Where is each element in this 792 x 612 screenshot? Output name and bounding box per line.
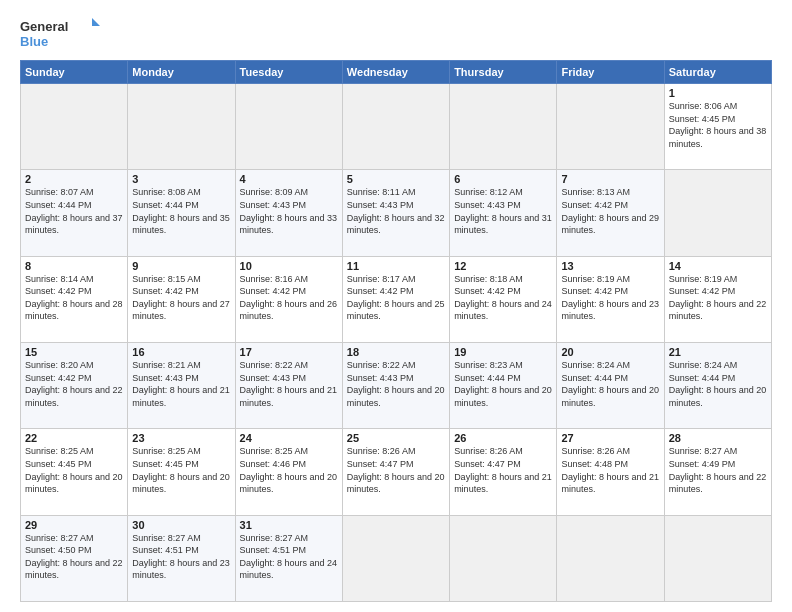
calendar-row-1: 1Sunrise: 8:06 AMSunset: 4:45 PMDaylight… xyxy=(21,84,772,170)
day-cell-4: 4Sunrise: 8:09 AMSunset: 4:43 PMDaylight… xyxy=(235,170,342,256)
day-info: Sunrise: 8:26 AMSunset: 4:48 PMDaylight:… xyxy=(561,445,659,495)
day-cell-14: 14Sunrise: 8:19 AMSunset: 4:42 PMDayligh… xyxy=(664,256,771,342)
day-cell-17: 17Sunrise: 8:22 AMSunset: 4:43 PMDayligh… xyxy=(235,342,342,428)
day-cell-1: 1Sunrise: 8:06 AMSunset: 4:45 PMDaylight… xyxy=(664,84,771,170)
day-cell-25: 25Sunrise: 8:26 AMSunset: 4:47 PMDayligh… xyxy=(342,429,449,515)
day-number: 1 xyxy=(669,87,767,99)
day-number: 11 xyxy=(347,260,445,272)
day-info: Sunrise: 8:22 AMSunset: 4:43 PMDaylight:… xyxy=(347,359,445,409)
logo: General Blue xyxy=(20,16,100,52)
day-cell-27: 27Sunrise: 8:26 AMSunset: 4:48 PMDayligh… xyxy=(557,429,664,515)
col-header-tuesday: Tuesday xyxy=(235,61,342,84)
day-info: Sunrise: 8:15 AMSunset: 4:42 PMDaylight:… xyxy=(132,273,230,323)
calendar-row-3: 8Sunrise: 8:14 AMSunset: 4:42 PMDaylight… xyxy=(21,256,772,342)
empty-cell xyxy=(664,515,771,601)
day-number: 14 xyxy=(669,260,767,272)
day-cell-7: 7Sunrise: 8:13 AMSunset: 4:42 PMDaylight… xyxy=(557,170,664,256)
day-number: 2 xyxy=(25,173,123,185)
day-number: 9 xyxy=(132,260,230,272)
day-number: 27 xyxy=(561,432,659,444)
empty-cell xyxy=(557,84,664,170)
day-cell-16: 16Sunrise: 8:21 AMSunset: 4:43 PMDayligh… xyxy=(128,342,235,428)
calendar-row-2: 2Sunrise: 8:07 AMSunset: 4:44 PMDaylight… xyxy=(21,170,772,256)
day-info: Sunrise: 8:27 AMSunset: 4:51 PMDaylight:… xyxy=(132,532,230,582)
day-cell-10: 10Sunrise: 8:16 AMSunset: 4:42 PMDayligh… xyxy=(235,256,342,342)
empty-cell xyxy=(235,84,342,170)
day-cell-30: 30Sunrise: 8:27 AMSunset: 4:51 PMDayligh… xyxy=(128,515,235,601)
day-cell-12: 12Sunrise: 8:18 AMSunset: 4:42 PMDayligh… xyxy=(450,256,557,342)
day-cell-22: 22Sunrise: 8:25 AMSunset: 4:45 PMDayligh… xyxy=(21,429,128,515)
calendar-row-5: 22Sunrise: 8:25 AMSunset: 4:45 PMDayligh… xyxy=(21,429,772,515)
day-info: Sunrise: 8:14 AMSunset: 4:42 PMDaylight:… xyxy=(25,273,123,323)
day-number: 31 xyxy=(240,519,338,531)
svg-text:General: General xyxy=(20,19,68,34)
day-number: 16 xyxy=(132,346,230,358)
day-info: Sunrise: 8:27 AMSunset: 4:49 PMDaylight:… xyxy=(669,445,767,495)
day-info: Sunrise: 8:08 AMSunset: 4:44 PMDaylight:… xyxy=(132,186,230,236)
day-info: Sunrise: 8:17 AMSunset: 4:42 PMDaylight:… xyxy=(347,273,445,323)
calendar-row-4: 15Sunrise: 8:20 AMSunset: 4:42 PMDayligh… xyxy=(21,342,772,428)
day-cell-28: 28Sunrise: 8:27 AMSunset: 4:49 PMDayligh… xyxy=(664,429,771,515)
day-number: 19 xyxy=(454,346,552,358)
day-info: Sunrise: 8:26 AMSunset: 4:47 PMDaylight:… xyxy=(347,445,445,495)
day-info: Sunrise: 8:24 AMSunset: 4:44 PMDaylight:… xyxy=(669,359,767,409)
day-number: 26 xyxy=(454,432,552,444)
day-cell-29: 29Sunrise: 8:27 AMSunset: 4:50 PMDayligh… xyxy=(21,515,128,601)
page: General Blue SundayMondayTuesdayWednesda… xyxy=(0,0,792,612)
empty-cell xyxy=(21,84,128,170)
day-info: Sunrise: 8:27 AMSunset: 4:50 PMDaylight:… xyxy=(25,532,123,582)
day-number: 13 xyxy=(561,260,659,272)
day-number: 25 xyxy=(347,432,445,444)
day-cell-15: 15Sunrise: 8:20 AMSunset: 4:42 PMDayligh… xyxy=(21,342,128,428)
empty-cell xyxy=(664,170,771,256)
day-cell-24: 24Sunrise: 8:25 AMSunset: 4:46 PMDayligh… xyxy=(235,429,342,515)
day-number: 18 xyxy=(347,346,445,358)
calendar-table: SundayMondayTuesdayWednesdayThursdayFrid… xyxy=(20,60,772,602)
day-number: 3 xyxy=(132,173,230,185)
col-header-monday: Monday xyxy=(128,61,235,84)
day-cell-20: 20Sunrise: 8:24 AMSunset: 4:44 PMDayligh… xyxy=(557,342,664,428)
day-info: Sunrise: 8:23 AMSunset: 4:44 PMDaylight:… xyxy=(454,359,552,409)
general-blue-logo: General Blue xyxy=(20,16,100,52)
header: General Blue xyxy=(20,16,772,52)
day-number: 12 xyxy=(454,260,552,272)
day-number: 15 xyxy=(25,346,123,358)
day-cell-13: 13Sunrise: 8:19 AMSunset: 4:42 PMDayligh… xyxy=(557,256,664,342)
day-info: Sunrise: 8:24 AMSunset: 4:44 PMDaylight:… xyxy=(561,359,659,409)
day-number: 6 xyxy=(454,173,552,185)
day-info: Sunrise: 8:22 AMSunset: 4:43 PMDaylight:… xyxy=(240,359,338,409)
empty-cell xyxy=(342,84,449,170)
day-number: 20 xyxy=(561,346,659,358)
calendar-header-row: SundayMondayTuesdayWednesdayThursdayFrid… xyxy=(21,61,772,84)
day-cell-9: 9Sunrise: 8:15 AMSunset: 4:42 PMDaylight… xyxy=(128,256,235,342)
day-cell-23: 23Sunrise: 8:25 AMSunset: 4:45 PMDayligh… xyxy=(128,429,235,515)
day-info: Sunrise: 8:12 AMSunset: 4:43 PMDaylight:… xyxy=(454,186,552,236)
day-info: Sunrise: 8:13 AMSunset: 4:42 PMDaylight:… xyxy=(561,186,659,236)
day-info: Sunrise: 8:27 AMSunset: 4:51 PMDaylight:… xyxy=(240,532,338,582)
day-cell-31: 31Sunrise: 8:27 AMSunset: 4:51 PMDayligh… xyxy=(235,515,342,601)
day-info: Sunrise: 8:25 AMSunset: 4:45 PMDaylight:… xyxy=(132,445,230,495)
day-info: Sunrise: 8:19 AMSunset: 4:42 PMDaylight:… xyxy=(669,273,767,323)
col-header-saturday: Saturday xyxy=(664,61,771,84)
day-info: Sunrise: 8:09 AMSunset: 4:43 PMDaylight:… xyxy=(240,186,338,236)
day-info: Sunrise: 8:11 AMSunset: 4:43 PMDaylight:… xyxy=(347,186,445,236)
empty-cell xyxy=(342,515,449,601)
day-cell-2: 2Sunrise: 8:07 AMSunset: 4:44 PMDaylight… xyxy=(21,170,128,256)
calendar-row-6: 29Sunrise: 8:27 AMSunset: 4:50 PMDayligh… xyxy=(21,515,772,601)
day-number: 23 xyxy=(132,432,230,444)
day-number: 30 xyxy=(132,519,230,531)
day-number: 29 xyxy=(25,519,123,531)
day-cell-8: 8Sunrise: 8:14 AMSunset: 4:42 PMDaylight… xyxy=(21,256,128,342)
col-header-thursday: Thursday xyxy=(450,61,557,84)
col-header-wednesday: Wednesday xyxy=(342,61,449,84)
day-number: 7 xyxy=(561,173,659,185)
day-info: Sunrise: 8:25 AMSunset: 4:46 PMDaylight:… xyxy=(240,445,338,495)
day-cell-5: 5Sunrise: 8:11 AMSunset: 4:43 PMDaylight… xyxy=(342,170,449,256)
day-cell-11: 11Sunrise: 8:17 AMSunset: 4:42 PMDayligh… xyxy=(342,256,449,342)
empty-cell xyxy=(450,84,557,170)
empty-cell xyxy=(450,515,557,601)
svg-marker-2 xyxy=(92,18,100,26)
day-number: 5 xyxy=(347,173,445,185)
day-number: 4 xyxy=(240,173,338,185)
empty-cell xyxy=(128,84,235,170)
